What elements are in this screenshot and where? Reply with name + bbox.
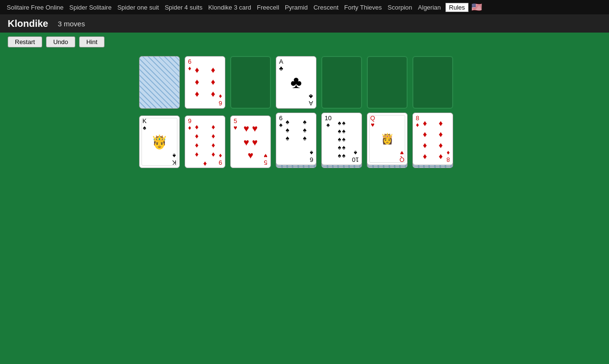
card-rank-br: 6♠ — [310, 149, 313, 163]
tableau-col-4[interactable]: 6♠ ♠♠ ♠♠ ♠♠ 6♠ — [276, 115, 316, 168]
tableau-row: K♠ 🤴 K♠ 9♦ ♦♦ ♦♦ ♦♦ ♦♦ ♦ 9♦ 5♥ ♥♥ ♥♥ — [139, 115, 609, 168]
tableau-col-2[interactable]: 9♦ ♦♦ ♦♦ ♦♦ ♦♦ ♦ 9♦ — [185, 115, 225, 168]
game-title: Klondike — [8, 18, 48, 29]
foundation-slot-1[interactable] — [321, 56, 362, 109]
foundation-slot-3[interactable] — [412, 56, 453, 109]
nav-solitaire-free[interactable]: Solitaire Free Online — [4, 4, 67, 11]
card-center-pips: ♥♥ ♥♥ ♥ — [244, 123, 258, 161]
nav-algerian[interactable]: Algerian — [415, 4, 444, 11]
undo-button[interactable]: Undo — [46, 36, 75, 47]
foundation-slot-2[interactable] — [367, 56, 408, 109]
card-rank-br: 6♦ — [219, 92, 222, 106]
nav-forty-thieves[interactable]: Forty Thieves — [341, 4, 385, 11]
tableau-col-5[interactable]: 10♠ ♠♠ ♠♠ ♠♠ ♠♠ ♠♠ 10♠ — [321, 115, 362, 168]
waste-pile[interactable]: 6♦ ♦♦ ♦♦ ♦♦ 6♦ — [185, 56, 225, 109]
card-rank-br: 8♦ — [446, 149, 450, 163]
tableau-col-3[interactable]: 5♥ ♥♥ ♥♥ ♥ 5♥ — [230, 115, 271, 168]
nav-spider-4-suits[interactable]: Spider 4 suits — [162, 4, 205, 11]
tableau-col-5-top: 10♠ ♠♠ ♠♠ ♠♠ ♠♠ ♠♠ 10♠ — [321, 113, 362, 165]
foundation-clubs[interactable]: A♣ ♣ A♣ — [276, 56, 316, 109]
card-center-pip: ♣ — [291, 72, 302, 92]
tableau-col-7-top: 8♦ ♦♦ ♦♦ ♦♦ ♦♦ 8♦ — [412, 113, 453, 165]
tableau-col-7[interactable]: 8♦ ♦♦ ♦♦ ♦♦ ♦♦ 8♦ — [412, 115, 453, 168]
card-rank-tl: 10♠ — [325, 115, 331, 129]
controls-bar: Restart Undo Hint — [0, 33, 609, 51]
tableau-col-6[interactable]: Q♥ 👸 Q♥ — [367, 115, 408, 168]
restart-button[interactable]: Restart — [8, 36, 42, 47]
card-rank-br: 5♥ — [264, 152, 268, 166]
nav-pyramid[interactable]: Pyramid — [282, 4, 311, 11]
tableau-col-4-top: 6♠ ♠♠ ♠♠ ♠♠ 6♠ — [276, 113, 316, 165]
tableau-col-6-top: Q♥ 👸 Q♥ — [367, 113, 408, 165]
card-rank-br: A♣ — [309, 92, 313, 106]
top-navigation: Solitaire Free Online Spider Solitaire S… — [0, 0, 609, 14]
nav-crescent[interactable]: Crescent — [311, 4, 341, 11]
tableau-col-1[interactable]: K♠ 🤴 K♠ — [139, 115, 180, 168]
card-rank-tl: 8♦ — [416, 115, 419, 129]
nav-freecell[interactable]: Freecell — [254, 4, 282, 11]
card-rank-tl: 9♦ — [188, 118, 191, 132]
top-row: 6♦ ♦♦ ♦♦ ♦♦ 6♦ A♣ ♣ A♣ — [139, 56, 609, 109]
game-header: Klondike 3 moves — [0, 14, 609, 33]
empty-slot-1[interactable] — [230, 56, 271, 109]
rules-button[interactable]: Rules — [445, 3, 468, 12]
stock-pile[interactable] — [139, 56, 180, 109]
flag-icon: 🇺🇸 — [471, 2, 482, 12]
card-center-pips: ♠♠ ♠♠ ♠♠ ♠♠ ♠♠ — [338, 119, 346, 159]
card-rank-br: 10♠ — [352, 149, 359, 163]
card-rank-tl: 6♦ — [188, 58, 191, 72]
moves-counter: 3 moves — [58, 20, 85, 28]
card-rank-br: K♠ — [172, 152, 176, 166]
nav-spider-one-suit[interactable]: Spider one suit — [115, 4, 162, 11]
game-area: 6♦ ♦♦ ♦♦ ♦♦ 6♦ A♣ ♣ A♣ K♠ 🤴 K♠ — [0, 51, 609, 363]
nav-spider[interactable]: Spider Solitaire — [67, 4, 115, 11]
nav-scorpion[interactable]: Scorpion — [385, 4, 415, 11]
card-rank-tl: 5♥ — [234, 118, 237, 132]
nav-klondike-3-card[interactable]: Klondike 3 card — [205, 4, 254, 11]
card-rank-br: Q♥ — [399, 149, 404, 163]
card-rank-br: 9♦ — [219, 152, 222, 166]
hint-button[interactable]: Hint — [79, 36, 105, 47]
card-rank-tl: 6♠ — [279, 115, 282, 129]
card-rank-tl: A♣ — [279, 58, 283, 72]
